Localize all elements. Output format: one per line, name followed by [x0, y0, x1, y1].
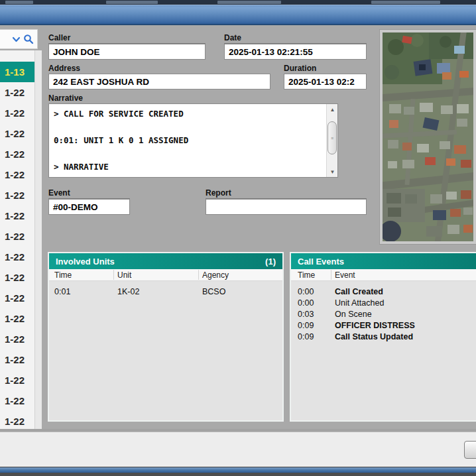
- duration-field[interactable]: 2025-01-13 02:2: [284, 74, 367, 89]
- search-icon[interactable]: [23, 34, 34, 44]
- involved-units-title: Involved Units: [56, 257, 115, 267]
- menu-item-smudge: [371, 1, 440, 4]
- satellite-map-image: [383, 32, 475, 242]
- date-label: Date: [224, 33, 367, 44]
- column-time: Time: [54, 270, 72, 280]
- event-label: Unit Attached: [335, 298, 384, 308]
- window-titlebar[interactable]: [0, 5, 476, 25]
- call-event-row[interactable]: 0:09OFFICER DISTRESS: [291, 320, 476, 331]
- address-field[interactable]: 242 EAST JOSHUA RD: [48, 74, 270, 89]
- call-event-row[interactable]: 0:00Unit Attached: [291, 298, 476, 309]
- narrative-textarea[interactable]: > CALL FOR SERVICE CREATED 0:01: UNIT 1 …: [48, 103, 338, 178]
- involved-units-count: (1): [265, 257, 276, 267]
- call-event-row[interactable]: 0:00Call Created: [291, 286, 476, 298]
- call-history-item[interactable]: 1-22: [0, 144, 34, 164]
- report-label: Report: [206, 188, 367, 199]
- column-agency: Agency: [202, 270, 229, 280]
- menu-item-smudge: [5, 1, 33, 4]
- event-time: 0:00: [298, 298, 314, 308]
- call-history-item[interactable]: 1-22: [0, 164, 34, 185]
- desktop-background-strip: [0, 473, 476, 476]
- scrollbar-thumb[interactable]: ≡: [327, 121, 337, 154]
- call-history-item[interactable]: 1-22: [0, 308, 34, 329]
- event-field[interactable]: #00-DEMO: [48, 199, 130, 215]
- call-history-item[interactable]: 1-22: [0, 329, 34, 349]
- call-search-box[interactable]: [0, 29, 38, 49]
- menu-item-smudge: [217, 1, 281, 4]
- column-event: Event: [335, 270, 355, 280]
- address-label: Address: [48, 64, 270, 74]
- cell: BCSO: [202, 287, 225, 296]
- call-events-panel: Call Events Time Event 0:00Call Created0…: [290, 252, 476, 422]
- involved-units-panel: Involved Units (1) Time Unit Agency 0:01…: [48, 252, 284, 422]
- call-events-rows: 0:00Call Created0:00Unit Attached0:03On …: [291, 281, 476, 343]
- sidebar-scrollbar[interactable]: [34, 50, 42, 429]
- call-history-item[interactable]: 1-22: [0, 349, 34, 370]
- scroll-up-icon[interactable]: ▲: [327, 104, 338, 115]
- cell: 1K-02: [117, 287, 139, 296]
- call-history-list: 1-131-221-221-221-221-221-221-221-221-22…: [0, 50, 34, 429]
- report-field[interactable]: [206, 199, 367, 215]
- narrative-text: > CALL FOR SERVICE CREATED 0:01: UNIT 1 …: [54, 107, 323, 178]
- caller-label: Caller: [48, 33, 206, 44]
- duration-label: Duration: [284, 64, 367, 74]
- event-time: 0:09: [298, 321, 314, 330]
- column-time: Time: [298, 270, 315, 280]
- event-label: Call Created: [335, 287, 383, 296]
- date-field[interactable]: 2025-01-13 02:21:55: [224, 44, 367, 60]
- event-label: Call Status Updated: [335, 332, 413, 341]
- call-history-item[interactable]: 1-22: [0, 123, 34, 144]
- call-history-item[interactable]: 1-22: [0, 247, 34, 267]
- scroll-down-icon[interactable]: ▼: [327, 166, 338, 177]
- call-history-item[interactable]: 1-13: [0, 62, 34, 82]
- call-history-item[interactable]: 1-22: [0, 267, 34, 288]
- dialog-footer: [0, 432, 476, 467]
- call-event-row[interactable]: 0:09Call Status Updated: [291, 331, 476, 343]
- call-events-header: Call Events: [291, 253, 476, 269]
- call-history-item[interactable]: 1-22: [0, 103, 34, 123]
- cad-call-detail-window: 1-131-221-221-221-221-221-221-221-221-22…: [0, 0, 476, 476]
- call-history-item[interactable]: 1-22: [0, 370, 34, 390]
- call-event-row[interactable]: 0:03On Scene: [291, 309, 476, 320]
- top-menu-bar: [0, 0, 476, 5]
- column-unit: Unit: [117, 270, 131, 280]
- event-time: 0:03: [298, 310, 314, 319]
- call-history-item[interactable]: 1-22: [0, 226, 34, 247]
- menu-item-smudge: [106, 1, 158, 4]
- call-history-item[interactable]: 1-22: [0, 390, 34, 411]
- event-label: OFFICER DISTRESS: [335, 321, 415, 330]
- call-events-column-header: Time Event: [291, 269, 476, 281]
- event-time: 0:00: [298, 287, 314, 296]
- narrative-label: Narrative: [48, 93, 338, 104]
- call-history-item[interactable]: 1-22: [0, 288, 34, 308]
- cell: 0:01: [54, 287, 70, 296]
- involved-units-rows: 0:011K-02BCSO: [49, 281, 282, 298]
- involved-unit-row[interactable]: 0:011K-02BCSO: [49, 286, 282, 298]
- call-history-sidebar: 1-131-221-221-221-221-221-221-221-221-22…: [0, 28, 42, 429]
- call-history-item[interactable]: 1-22: [0, 82, 34, 103]
- footer-button[interactable]: [464, 441, 476, 459]
- involved-units-header: Involved Units (1): [49, 253, 282, 269]
- narrative-scrollbar[interactable]: ▲ ≡ ▼: [326, 104, 337, 177]
- window-bottom-border: [0, 467, 476, 473]
- event-time: 0:09: [298, 332, 314, 341]
- map-preview: [380, 30, 476, 244]
- involved-units-column-header: Time Unit Agency: [49, 269, 282, 281]
- event-label: Event: [48, 188, 130, 199]
- chevron-down-icon[interactable]: [12, 36, 21, 42]
- call-history-item[interactable]: 1-22: [0, 206, 34, 226]
- call-history-item[interactable]: 1-22: [0, 185, 34, 206]
- call-events-title: Call Events: [298, 257, 344, 267]
- caller-field[interactable]: JOHN DOE: [48, 44, 206, 60]
- call-history-item[interactable]: 1-22: [0, 411, 34, 429]
- event-label: On Scene: [335, 310, 372, 319]
